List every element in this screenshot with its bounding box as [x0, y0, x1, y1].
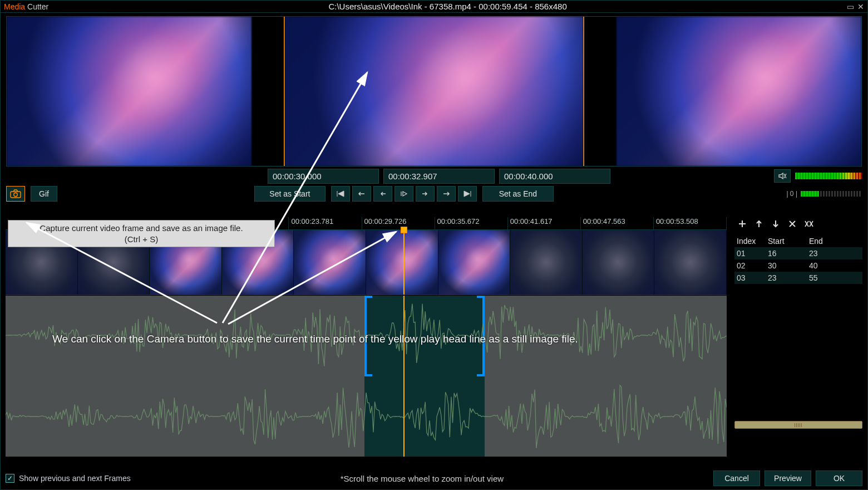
gif-button[interactable]: Gif [31, 186, 57, 202]
preview-prev-frame [7, 17, 251, 166]
preview-strip [6, 16, 862, 166]
segments-scrollbar[interactable] [734, 421, 862, 429]
table-row[interactable]: 01 16 23 [734, 247, 862, 259]
title-bar: Media Cutter C:\Users\asus\Videos\Ink - … [1, 1, 867, 13]
set-as-start-button[interactable]: Set as Start [254, 186, 326, 202]
mute-button[interactable] [774, 169, 791, 183]
table-row[interactable]: 02 30 40 [734, 259, 862, 272]
svg-point-1 [14, 193, 17, 196]
annotation-text: We can click on the Camera button to sav… [52, 333, 578, 345]
col-end: End [809, 237, 842, 246]
show-frames-label: Show previous and next Frames [19, 474, 131, 483]
seek-fwd-button[interactable] [416, 186, 435, 202]
cancel-button[interactable]: Cancel [713, 471, 760, 486]
table-row[interactable]: 03 23 55 [734, 272, 862, 284]
ruler-tick: 00:00:41.617 [508, 217, 581, 229]
window-close-icon[interactable]: ✕ [857, 2, 864, 11]
ok-button[interactable]: OK [816, 471, 862, 486]
playhead-wave[interactable] [403, 296, 405, 457]
preview-next-frame [617, 17, 861, 166]
playhead[interactable] [403, 230, 405, 295]
transport-row: Gif Set as Start Set as End | 0 | [6, 185, 862, 202]
preview-current-frame [284, 17, 584, 166]
capture-tooltip: Capture current video frame and save as … [8, 220, 275, 247]
camera-icon [10, 189, 21, 198]
end-time-field[interactable]: 00:00:40.000 [499, 169, 610, 184]
set-as-end-button[interactable]: Set as End [482, 186, 554, 202]
waveform-area[interactable] [6, 295, 727, 457]
capture-frame-button[interactable] [6, 186, 25, 202]
segment-add-icon[interactable] [737, 218, 748, 229]
play-pause-button[interactable] [394, 186, 413, 202]
start-time-field[interactable]: 00:00:30.000 [268, 169, 379, 184]
current-time-field[interactable]: 00:00:32.907 [383, 169, 495, 184]
scroll-hint: *Scroll the mouse wheel to zoom in/out v… [131, 474, 713, 483]
segment-move-down-icon[interactable] [770, 218, 781, 229]
segments-panel: Index Start End 01 16 23 02 30 40 03 23 … [734, 217, 862, 465]
col-index: Index [737, 237, 768, 246]
file-path: C:\Users\asus\Videos\Ink - 67358.mp4 - 0… [48, 2, 847, 11]
ruler-tick: 00:00:35.672 [435, 217, 508, 229]
col-start: Start [768, 237, 809, 246]
time-readout-row: 00:00:30.000 00:00:32.907 00:00:40.000 [6, 169, 862, 183]
volume-value: | 0 | [786, 190, 797, 198]
preview-button[interactable]: Preview [765, 471, 811, 486]
seek-end-button[interactable] [458, 186, 477, 202]
segment-delete-icon[interactable] [787, 218, 798, 229]
seek-start-button[interactable] [331, 186, 350, 202]
seek-fwd-fast-button[interactable] [437, 186, 456, 202]
ruler-tick: 00:00:47.563 [581, 217, 654, 229]
segment-delete-all-icon[interactable] [803, 218, 815, 229]
seek-back-button[interactable] [373, 186, 392, 202]
show-frames-checkbox[interactable]: ✓ [6, 474, 14, 483]
segment-move-up-icon[interactable] [753, 218, 765, 229]
app-title: Media Cutter [4, 2, 48, 11]
seek-back-fast-button[interactable] [352, 186, 371, 202]
bottom-bar: ✓ Show previous and next Frames *Scroll … [6, 470, 862, 487]
vu-meter [795, 173, 862, 179]
segments-table[interactable]: Index Start End 01 16 23 02 30 40 03 23 … [734, 235, 862, 284]
ruler-tick: 00:00:53.508 [654, 217, 727, 229]
ruler-tick: 00:00:23.781 [289, 217, 362, 229]
window-minimize-icon[interactable]: ▭ [847, 2, 854, 11]
volume-slider[interactable] [801, 191, 862, 197]
ruler-tick: 00:00:29.726 [362, 217, 435, 229]
